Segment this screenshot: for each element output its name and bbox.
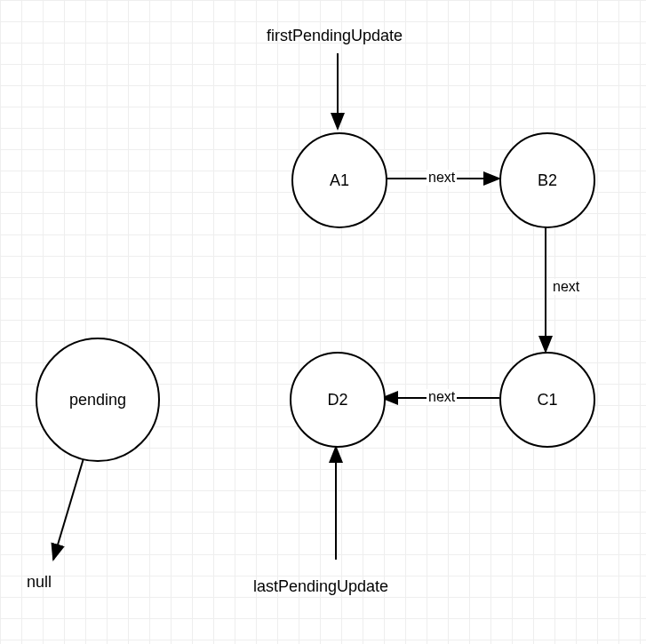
node-b2-label: B2 bbox=[538, 171, 557, 190]
edge-label-c1-d2: next bbox=[427, 389, 457, 405]
edge-pending-null bbox=[53, 449, 86, 560]
node-b2: B2 bbox=[499, 132, 595, 228]
node-a1: A1 bbox=[291, 132, 387, 228]
node-c1: C1 bbox=[499, 352, 595, 448]
node-c1-label: C1 bbox=[537, 391, 557, 409]
node-d2-label: D2 bbox=[327, 391, 347, 409]
edges-layer bbox=[0, 0, 646, 644]
label-last-pending-update: lastPendingUpdate bbox=[253, 577, 388, 596]
edge-label-a1-b2: next bbox=[427, 170, 457, 186]
node-pending: pending bbox=[36, 338, 160, 462]
label-first-pending-update: firstPendingUpdate bbox=[267, 27, 403, 45]
edge-label-b2-c1: next bbox=[551, 279, 581, 295]
node-a1-label: A1 bbox=[330, 171, 349, 190]
label-null: null bbox=[27, 573, 52, 592]
diagram-canvas: firstPendingUpdate lastPendingUpdate nul… bbox=[0, 0, 646, 644]
node-d2: D2 bbox=[290, 352, 386, 448]
node-pending-label: pending bbox=[69, 391, 126, 409]
